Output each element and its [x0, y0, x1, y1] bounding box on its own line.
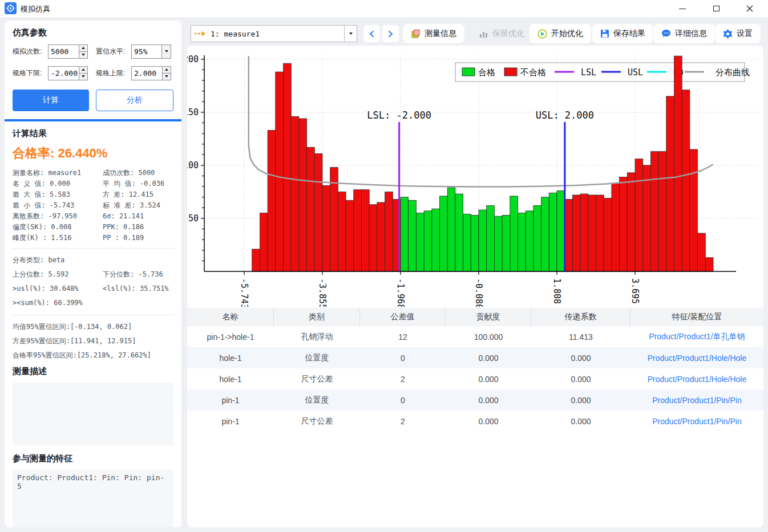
- table-cell: 尺寸公差: [274, 368, 360, 389]
- x-tick-label: 3.695: [630, 278, 640, 304]
- calculate-button[interactable]: 计算: [13, 90, 89, 111]
- table-cell: Product/Product1/Hole/Hole: [630, 368, 763, 389]
- sim-count-down-button[interactable]: [79, 51, 87, 58]
- feature-location-link[interactable]: Product/Product1/单孔单销: [649, 332, 745, 342]
- close-button[interactable]: [737, 0, 763, 17]
- stat-item-left: 名 义 值: 0.000: [13, 178, 103, 189]
- confidence-select[interactable]: [131, 44, 171, 59]
- params-section-title: 仿真参数: [13, 27, 173, 38]
- toolbar-button-label: 设置: [737, 29, 753, 39]
- toolbar-button-save[interactable]: 保存结果: [592, 24, 653, 43]
- toolbar-button-label: 测量信息: [425, 29, 456, 39]
- confidence-dropdown-button[interactable]: [161, 45, 171, 58]
- chat-icon: [661, 29, 671, 38]
- feature-location-link[interactable]: Product/Product1/Pin/Pin: [652, 417, 741, 426]
- histogram-bar: [612, 184, 620, 272]
- stat-item-right: 6σ: 21.141: [103, 211, 173, 222]
- histogram-bar: [565, 200, 573, 272]
- stat-item-left: 测量名称: measure1: [13, 168, 103, 178]
- table-cell: 0: [360, 347, 446, 368]
- spec-upper-stepper[interactable]: [131, 66, 171, 80]
- next-measure-button[interactable]: [382, 25, 399, 42]
- table-header-cell: 类别: [274, 308, 360, 326]
- measured-features-box[interactable]: Product: Product1: Pin: Pin: pin-5: [13, 470, 173, 527]
- table-cell: 0.000: [531, 347, 630, 368]
- analyze-button[interactable]: 分析: [96, 90, 173, 111]
- toolbar-button-play[interactable]: 开始优化: [529, 24, 591, 43]
- confidence-input[interactable]: [132, 45, 161, 58]
- distribution-grid: 分布类型: beta上分位数: 5.592下分位数: -5.736>usl(%)…: [13, 253, 173, 310]
- maximize-button[interactable]: [703, 0, 729, 17]
- sim-count-input[interactable]: [48, 45, 79, 58]
- feature-location-link[interactable]: Product/Product1/Hole/Hole: [648, 375, 747, 384]
- distribution-item-left: 分布类型: beta: [13, 253, 103, 267]
- histogram-bar: [502, 215, 510, 271]
- distribution-item-right: [103, 296, 173, 310]
- toolbar-button-chat[interactable]: 详细信息: [653, 24, 715, 43]
- table-header-cell: 传递系数: [531, 308, 630, 326]
- spec-lower-stepper[interactable]: [48, 66, 88, 80]
- table-cell: 0.000: [446, 411, 531, 432]
- histogram-bar: [674, 56, 682, 271]
- feature-location-link[interactable]: Product/Product1/Pin/Pin: [652, 396, 741, 405]
- spec-lower-down-button[interactable]: [79, 73, 87, 80]
- table-body: pin-1->hole-1孔销浮动12100.00011.413Product/…: [187, 326, 763, 432]
- toolbar-button-label: 详细信息: [675, 29, 707, 39]
- table-row: hole-1位置度00.0000.000Product/Product1/Hol…: [187, 347, 763, 368]
- histogram-bar: [650, 152, 658, 271]
- spec-upper-up-button[interactable]: [163, 67, 171, 73]
- table-cell: 11.413: [531, 326, 630, 347]
- spec-lower-input[interactable]: [48, 67, 79, 80]
- divider: [11, 248, 175, 249]
- table-row: pin-1位置度00.0000.000Product/Product1/Pin/…: [187, 389, 763, 411]
- section-accent-bar: [5, 119, 181, 121]
- stat-item-right: 方 差: 12.415: [103, 189, 173, 200]
- histogram-bar: [385, 192, 393, 271]
- features-section-title: 参与测量的特征: [13, 453, 173, 464]
- arrow-up-icon: [82, 47, 85, 49]
- save-icon: [600, 29, 609, 38]
- measure-select[interactable]: 1: measure1: [191, 25, 357, 42]
- table-cell: 2: [360, 368, 446, 389]
- toolbar-button-gear[interactable]: 设置: [715, 24, 761, 43]
- table-cell: 12: [360, 326, 446, 347]
- feature-location-link[interactable]: Product/Product1/Hole/Hole: [648, 354, 747, 363]
- distribution-item-left: ><sum(%): 66.399%: [13, 296, 103, 310]
- minimize-button[interactable]: [669, 0, 696, 17]
- histogram-bar: [494, 216, 502, 271]
- arrow-down-icon: [82, 54, 85, 56]
- toolbar-button-bar-chart[interactable]: 保留优化: [471, 24, 532, 43]
- arrow-down-icon: [82, 75, 85, 78]
- histogram-bar: [252, 249, 260, 271]
- histogram-bar: [643, 165, 651, 271]
- toolbar-button-measure-info[interactable]: 测量信息: [403, 24, 464, 43]
- play-icon: [537, 29, 547, 39]
- spec-lower-up-button[interactable]: [79, 67, 87, 73]
- legend-label: 合格: [478, 67, 495, 78]
- histogram-bar: [705, 258, 713, 271]
- measure-description-box[interactable]: [13, 383, 173, 445]
- histogram-bar: [572, 195, 580, 271]
- main-toolbar: 1: measure1 测量信息保留优化开始优化保存结果详细信息设置: [187, 25, 763, 42]
- y-tick-label: 50: [188, 213, 199, 224]
- histogram-bar: [479, 210, 487, 271]
- table-header-cell: 贡献度: [446, 308, 531, 326]
- sim-count-up-button[interactable]: [79, 45, 87, 51]
- x-tick-label: 1.808: [552, 278, 562, 304]
- measure-select-dropdown[interactable]: [344, 26, 357, 42]
- prev-measure-button[interactable]: [363, 25, 380, 42]
- sim-count-stepper[interactable]: [48, 44, 88, 59]
- histogram-bar: [346, 200, 354, 271]
- table-cell: pin-1->hole-1: [187, 326, 274, 347]
- histogram-bars: [252, 56, 713, 271]
- bar-chart-icon: [479, 30, 488, 38]
- histogram-bar: [557, 191, 565, 271]
- histogram-bar: [533, 206, 541, 271]
- gear-icon: [723, 29, 733, 39]
- table-cell: 0: [360, 389, 446, 411]
- table-cell: 0.000: [531, 389, 630, 411]
- spec-upper-down-button[interactable]: [163, 73, 171, 80]
- histogram-bar: [284, 63, 292, 271]
- spec-upper-input[interactable]: [132, 67, 162, 80]
- histogram-bar: [666, 96, 674, 271]
